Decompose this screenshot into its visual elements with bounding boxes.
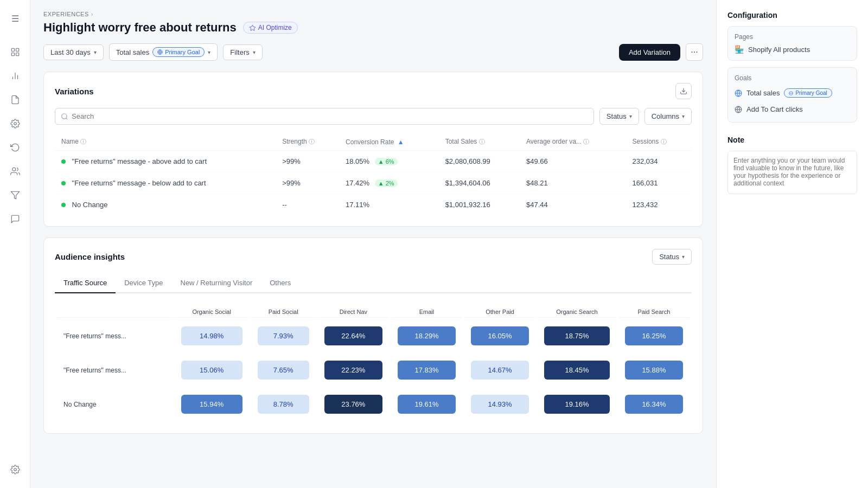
sessions-info-icon[interactable]: ⓘ <box>661 138 667 145</box>
variations-table: Name ⓘ Strength ⓘ Conversion Rate ▲ To <box>55 133 692 215</box>
message-icon[interactable] <box>5 209 25 229</box>
breadcrumb-label[interactable]: EXPERIENCES <box>43 11 89 17</box>
heatmap-cell-value: 16.34% <box>625 395 683 414</box>
heatmap-col-header: Organic Social <box>175 306 249 318</box>
configuration-title: Configuration <box>727 11 857 20</box>
heatmap-col-header: Paid Social <box>251 306 316 318</box>
status-filter-button[interactable]: Status ▾ <box>599 108 639 125</box>
heatmap-cell-value: 19.16% <box>544 395 610 414</box>
heatmap-col-header: Other Paid <box>464 306 535 318</box>
audience-insights-header: Audience insights Status ▾ <box>55 249 692 265</box>
download-button[interactable] <box>675 83 692 99</box>
heatmap-cell: 23.76% <box>318 388 389 420</box>
heatmap-wrapper: Organic SocialPaid SocialDirect NavEmail… <box>55 304 692 422</box>
col-sessions: Sessions ⓘ <box>626 133 692 151</box>
table-row: No Change -- 17.11% $1,001,932.16 $47.44… <box>55 194 692 216</box>
page-name: Shopify All products <box>748 46 810 54</box>
variation-avg-order: $47.44 <box>520 194 626 216</box>
lift-badge: ▲ 2% <box>375 179 398 187</box>
cart-goal-icon <box>735 106 742 113</box>
svg-rect-1 <box>16 48 18 51</box>
note-textarea[interactable] <box>727 151 857 194</box>
columns-button[interactable]: Columns ▾ <box>644 108 692 125</box>
heatmap-cell-value: 17.83% <box>398 361 456 380</box>
globe-goal-icon <box>735 89 742 97</box>
tab-traffic-source[interactable]: Traffic Source <box>55 273 116 293</box>
main-wrapper: EXPERIENCES › Highlight worry free about… <box>30 0 868 488</box>
svg-point-7 <box>14 123 16 125</box>
variation-strength: -- <box>276 194 339 216</box>
content-area: EXPERIENCES › Highlight worry free about… <box>30 0 716 488</box>
heatmap-cell: 16.34% <box>618 388 690 420</box>
col-sales: Total Sales ⓘ <box>439 133 520 151</box>
col-name: Name ⓘ <box>55 133 276 151</box>
variation-conversion: 18.05% ▲ 6% <box>339 151 439 172</box>
goal-sales-label: Total sales <box>746 89 780 97</box>
filters-button[interactable]: Filters ▾ <box>223 44 262 60</box>
heatmap-cell-value: 7.93% <box>258 326 309 345</box>
audience-icon[interactable] <box>5 162 25 181</box>
document-icon[interactable] <box>5 90 25 110</box>
ai-optimize-badge[interactable]: AI Optimize <box>243 22 298 34</box>
search-input[interactable] <box>55 108 594 125</box>
sales-info-icon[interactable]: ⓘ <box>479 138 485 145</box>
heatmap-cell-value: 8.78% <box>258 395 309 414</box>
gear-settings-icon[interactable] <box>5 460 25 479</box>
page-title: Highlight worry free about returns <box>43 21 237 35</box>
heatmap-cell-value: 16.25% <box>625 326 683 345</box>
goal-total-sales: Total sales Primary Goal <box>735 86 850 100</box>
variation-name: "Free returns" message - below add to ca… <box>55 172 276 194</box>
heatmap-row: No Change15.94%8.78%23.76%19.61%14.93%19… <box>57 388 690 420</box>
svg-point-8 <box>12 168 15 171</box>
filter-icon[interactable] <box>5 185 25 205</box>
tab-device-type[interactable]: Device Type <box>116 273 171 293</box>
heatmap-cell: 16.25% <box>618 320 690 352</box>
name-info-icon[interactable]: ⓘ <box>80 138 86 145</box>
status-dot <box>61 181 66 185</box>
heatmap-cell: 17.83% <box>391 354 462 386</box>
primary-goal-tag: Primary Goal <box>152 47 205 57</box>
date-range-button[interactable]: Last 30 days ▾ <box>43 44 104 60</box>
heatmap-cell: 15.94% <box>175 388 249 420</box>
heatmap-cell-value: 23.76% <box>324 395 382 414</box>
breadcrumb-arrow: › <box>91 11 93 17</box>
heatmap-cell: 18.75% <box>538 320 616 352</box>
variations-title: Variations <box>55 87 94 96</box>
avg-info-icon[interactable]: ⓘ <box>583 138 589 145</box>
heatmap-cell-value: 15.06% <box>181 361 242 380</box>
audience-status-button[interactable]: Status ▾ <box>652 249 692 265</box>
heatmap-cell-value: 18.75% <box>544 326 610 345</box>
strength-info-icon[interactable]: ⓘ <box>309 138 315 145</box>
sidebar: ☰ <box>0 0 30 488</box>
toolbar: Last 30 days ▾ Total sales Primary Goal … <box>43 43 703 61</box>
variation-sales: $1,001,932.16 <box>439 194 520 216</box>
heatmap-col-header: Email <box>391 306 462 318</box>
filters-chevron: ▾ <box>253 49 256 55</box>
goals-label: Goals <box>735 74 850 82</box>
chart-icon[interactable] <box>5 66 25 86</box>
tab-new-returning[interactable]: New / Returning Visitor <box>172 273 261 293</box>
dashboard-icon[interactable] <box>5 42 25 62</box>
audience-tabs: Traffic Source Device Type New / Returni… <box>55 273 692 293</box>
more-dots-icon: ··· <box>691 47 698 57</box>
download-icon <box>680 87 687 95</box>
heatmap-cell: 18.29% <box>391 320 462 352</box>
goal-selector-button[interactable]: Total sales Primary Goal ▾ <box>109 43 218 61</box>
svg-rect-0 <box>11 48 14 51</box>
variation-strength: >99% <box>276 172 339 194</box>
status-dot <box>61 203 66 207</box>
primary-goal-label: Primary Goal <box>165 49 200 55</box>
menu-icon[interactable]: ☰ <box>5 9 25 28</box>
store-icon: 🏪 <box>735 45 744 54</box>
status-label: Status <box>607 112 627 120</box>
settings-cog-icon[interactable] <box>5 114 25 133</box>
page-title-row: Highlight worry free about returns AI Op… <box>43 21 703 35</box>
add-variation-button[interactable]: Add Variation <box>619 44 680 61</box>
columns-label: Columns <box>652 112 679 120</box>
more-options-button[interactable]: ··· <box>686 43 703 61</box>
heatmap-row-label: "Free returns" mess... <box>57 320 173 352</box>
history-icon[interactable] <box>5 138 25 157</box>
heatmap-col-header: Paid Search <box>618 306 690 318</box>
heatmap-cell-value: 14.93% <box>471 395 529 414</box>
tab-others[interactable]: Others <box>261 273 299 293</box>
